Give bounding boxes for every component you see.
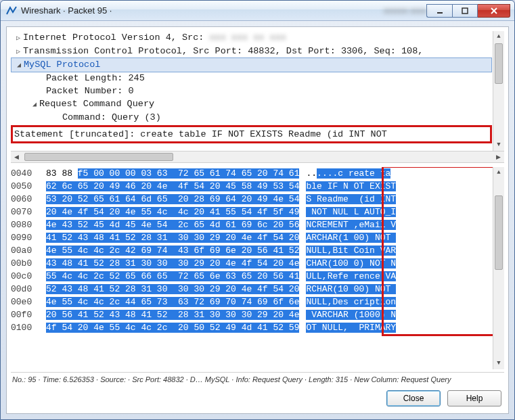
scroll-down-icon[interactable]: ▼ <box>493 358 504 369</box>
maximize-button[interactable] <box>452 4 478 18</box>
tree-row-request-cmd[interactable]: ◢Request Command Query <box>11 97 492 111</box>
svg-rect-1 <box>462 8 468 14</box>
tree-vertical-scrollbar[interactable]: ▲ ▼ <box>493 31 504 151</box>
help-button[interactable]: Help <box>447 390 501 406</box>
close-window-button[interactable] <box>478 4 510 18</box>
hex-row[interactable]: 01004f 54 20 4e 55 4c 4c 2c 20 50 52 49 … <box>11 321 492 334</box>
tree-row-tcp[interactable]: ▷Transmission Control Protocol, Src Port… <box>11 45 492 58</box>
hex-row[interactable]: 004083 88 f5 00 00 00 03 63 72 65 61 74 … <box>11 167 492 180</box>
hex-ascii[interactable]: CHAR(100 0) NOT N <box>299 257 396 270</box>
tree-row-packet-number[interactable]: Packet Number: 0 <box>11 85 492 97</box>
hex-bytes[interactable]: 52 43 48 41 52 28 31 30 30 30 29 20 4e 4… <box>46 283 299 296</box>
tree-label: Packet Length: 245 <box>46 73 145 83</box>
hex-bytes[interactable]: 4e 55 4c 4c 2c 42 69 74 43 6f 69 6e 20 5… <box>46 244 299 257</box>
scroll-up-icon[interactable]: ▲ <box>493 31 504 43</box>
hex-ascii[interactable]: NCREMENT ,eMail V <box>299 218 396 231</box>
hex-ascii[interactable]: VARCHAR (1000) N <box>299 308 396 321</box>
hex-ascii[interactable]: S Readme (id INT <box>299 193 396 206</box>
tree-row-ip[interactable]: ▷Internet Protocol Version 4, Src: xxx x… <box>11 31 492 45</box>
hex-offset: 0060 <box>11 193 46 206</box>
hex-ascii[interactable]: NULL,Bit Coin VAR <box>299 244 396 257</box>
scroll-left-icon[interactable]: ◀ <box>11 151 22 162</box>
scrollbar-thumb[interactable] <box>495 43 503 84</box>
hex-row[interactable]: 007020 4e 4f 54 20 4e 55 4c 4c 20 41 55 … <box>11 206 492 218</box>
tree-label: Transmission Control Protocol, Src Port:… <box>23 46 423 56</box>
hex-ascii[interactable]: ULL,Refe rence VA <box>299 270 396 283</box>
tree-label: Request Command Query <box>39 99 154 109</box>
hex-row[interactable]: 00804e 43 52 45 4d 45 4e 54 2c 65 4d 61 … <box>11 218 492 231</box>
tree-label: MySQL Protocol <box>24 60 100 70</box>
packet-window: Wireshark · Packet 95 · xxxxxx xxxx ▷Int… <box>0 0 515 420</box>
close-button[interactable]: Close <box>386 390 441 406</box>
tree-label: Command: Query (3) <box>62 112 161 122</box>
hex-ascii[interactable]: NOT NUL L AUTO_I <box>299 206 396 218</box>
hex-bytes[interactable]: 20 56 41 52 43 48 41 52 28 31 30 30 30 2… <box>46 308 299 321</box>
window-buttons <box>426 4 510 18</box>
hex-bytes[interactable]: 4e 43 52 45 4d 45 4e 54 2c 65 4d 61 69 6… <box>46 218 299 231</box>
title-obscured: xxxxxx xxxx <box>384 6 426 16</box>
hex-ascii[interactable]: NULL,Des cription <box>299 296 396 308</box>
collapse-arrow-icon[interactable]: ◢ <box>14 59 24 72</box>
tree-horizontal-scrollbar[interactable]: ◀ ▶ <box>11 151 504 163</box>
hex-bytes[interactable]: 4e 55 4c 4c 2c 44 65 73 63 72 69 70 74 6… <box>46 296 299 308</box>
tree-row-command[interactable]: Command: Query (3) <box>11 111 492 124</box>
hex-offset: 00f0 <box>11 308 46 321</box>
window-title: Wireshark · Packet 95 · <box>21 5 384 16</box>
collapse-arrow-icon[interactable]: ◢ <box>30 98 39 111</box>
hex-bytes[interactable]: 62 6c 65 20 49 46 20 4e 4f 54 20 45 58 4… <box>46 180 299 193</box>
hex-row[interactable]: 00d052 43 48 41 52 28 31 30 30 30 29 20 … <box>11 283 492 296</box>
hex-offset: 0070 <box>11 206 46 218</box>
hex-bytes[interactable]: 83 88 f5 00 00 00 03 63 72 65 61 74 65 2… <box>46 167 299 180</box>
titlebar[interactable]: Wireshark · Packet 95 · xxxxxx xxxx <box>1 1 514 21</box>
hex-offset: 0050 <box>11 180 46 193</box>
expand-arrow-icon[interactable]: ▷ <box>14 32 23 45</box>
highlighted-statement: Statement [truncated]: create table IF N… <box>11 125 492 143</box>
status-bar: No.: 95 · Time: 6.526353 · Source: · Src… <box>11 372 504 385</box>
hex-dump[interactable]: ▲ ▼ 004083 88 f5 00 00 00 03 63 72 65 61… <box>11 167 504 369</box>
hex-offset: 00c0 <box>11 270 46 283</box>
hex-ascii[interactable]: RCHAR(10 00) NOT <box>299 283 396 296</box>
scroll-right-icon[interactable]: ▶ <box>493 151 504 162</box>
protocol-tree[interactable]: ▷Internet Protocol Version 4, Src: xxx x… <box>11 31 504 151</box>
hex-offset: 00a0 <box>11 244 46 257</box>
hex-offset: 00b0 <box>11 257 46 270</box>
hex-row[interactable]: 00e04e 55 4c 4c 2c 44 65 73 63 72 69 70 … <box>11 296 492 308</box>
scrollbar-thumb[interactable] <box>24 153 173 161</box>
scrollbar-thumb[interactable] <box>495 195 503 270</box>
obscured-text: xxx xxx xx xxx <box>209 32 286 43</box>
hex-row[interactable]: 006053 20 52 65 61 64 6d 65 20 28 69 64 … <box>11 193 492 206</box>
hex-bytes[interactable]: 4f 54 20 4e 55 4c 4c 2c 20 50 52 49 4d 4… <box>46 321 299 334</box>
hex-ascii[interactable]: ble IF N OT EXIST <box>299 180 396 193</box>
hex-offset: 00e0 <box>11 296 46 308</box>
hex-ascii[interactable]: ......c reate ta <box>299 167 390 180</box>
scroll-up-icon[interactable]: ▲ <box>493 167 504 179</box>
hex-offset: 0040 <box>11 167 46 180</box>
scroll-down-icon[interactable]: ▼ <box>493 139 504 151</box>
hex-bytes[interactable]: 20 4e 4f 54 20 4e 55 4c 4c 20 41 55 54 4… <box>46 206 299 218</box>
hex-row[interactable]: 00f020 56 41 52 43 48 41 52 28 31 30 30 … <box>11 308 492 321</box>
button-row: Close Help <box>11 385 504 409</box>
wireshark-icon <box>6 5 17 16</box>
hex-bytes[interactable]: 41 52 43 48 41 52 28 31 30 30 29 20 4e 4… <box>46 231 299 244</box>
tree-label[interactable]: Statement [truncated]: create table IF N… <box>14 129 387 139</box>
hex-ascii[interactable]: OT NULL, PRIMARY <box>299 321 396 334</box>
hex-row[interactable]: 00c055 4c 4c 2c 52 65 66 65 72 65 6e 63 … <box>11 270 492 283</box>
tree-label: Packet Number: 0 <box>46 86 134 96</box>
hex-vertical-scrollbar[interactable]: ▲ ▼ <box>493 167 504 369</box>
content-area: ▷Internet Protocol Version 4, Src: xxx x… <box>6 26 509 414</box>
hex-offset: 00d0 <box>11 283 46 296</box>
hex-ascii[interactable]: ARCHAR(1 00) NOT <box>299 231 396 244</box>
hex-row[interactable]: 005062 6c 65 20 49 46 20 4e 4f 54 20 45 … <box>11 180 492 193</box>
minimize-button[interactable] <box>426 4 452 18</box>
hex-bytes[interactable]: 43 48 41 52 28 31 30 30 30 29 20 4e 4f 5… <box>46 257 299 270</box>
expand-arrow-icon[interactable]: ▷ <box>14 45 23 58</box>
hex-offset: 0080 <box>11 218 46 231</box>
hex-bytes[interactable]: 53 20 52 65 61 64 6d 65 20 28 69 64 20 4… <box>46 193 299 206</box>
hex-bytes[interactable]: 55 4c 4c 2c 52 65 66 65 72 65 6e 63 65 2… <box>46 270 299 283</box>
hex-offset: 0100 <box>11 321 46 334</box>
hex-row[interactable]: 00b043 48 41 52 28 31 30 30 30 29 20 4e … <box>11 257 492 270</box>
hex-row[interactable]: 00a04e 55 4c 4c 2c 42 69 74 43 6f 69 6e … <box>11 244 492 257</box>
tree-row-packet-length[interactable]: Packet Length: 245 <box>11 72 492 85</box>
tree-row-mysql[interactable]: ◢MySQL Protocol <box>11 57 492 72</box>
hex-row[interactable]: 009041 52 43 48 41 52 28 31 30 30 29 20 … <box>11 231 492 244</box>
